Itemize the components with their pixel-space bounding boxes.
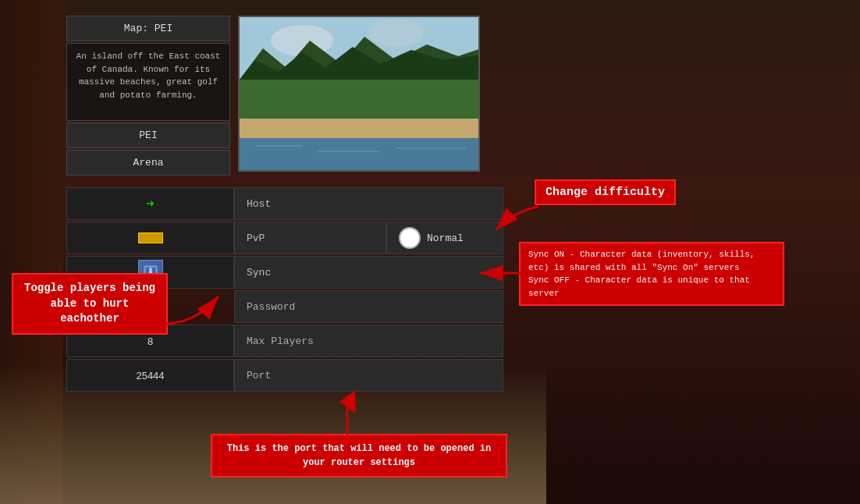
map-name-value: PEI — [139, 130, 157, 141]
host-label: Host — [247, 198, 271, 210]
pvp-icon — [138, 232, 163, 243]
sync-description-annotation: Sync ON - Character data (inventory, ski… — [519, 242, 784, 306]
map-header-label: Map: PEI — [124, 23, 172, 34]
host-left: ➜ — [66, 187, 234, 220]
map-description: An island off the East coast of Canada. … — [66, 43, 230, 121]
svg-point-14 — [149, 268, 152, 271]
pvp-right[interactable]: PvP — [234, 222, 386, 254]
main-ui-panel: Map: PEI An island off the East coast of… — [66, 16, 230, 176]
map-svg — [240, 17, 480, 172]
arena-box[interactable]: Arena — [66, 150, 230, 176]
map-name-box[interactable]: PEI — [66, 122, 230, 148]
port-label: Port — [247, 370, 271, 382]
map-image — [240, 17, 478, 170]
difficulty-label: Normal — [427, 232, 464, 244]
map-header: Map: PEI — [66, 16, 230, 41]
toggle-players-annotation: Toggle players being able to hurt eachot… — [12, 273, 168, 335]
host-right[interactable]: Host — [234, 187, 503, 220]
change-difficulty-annotation: Change difficulty — [535, 179, 676, 205]
port-right: Port — [234, 359, 503, 392]
svg-rect-7 — [240, 138, 480, 172]
difficulty-section[interactable]: Normal — [386, 222, 503, 254]
max-players-input[interactable] — [67, 332, 233, 350]
max-players-right: Max Players — [234, 325, 503, 357]
pvp-label: PvP — [247, 232, 265, 244]
port-row: Port — [66, 359, 503, 392]
port-left — [66, 359, 234, 392]
change-difficulty-text: Change difficulty — [545, 186, 665, 199]
map-description-text: An island off the East coast of Canada. … — [76, 51, 221, 100]
sync-label: Sync — [247, 267, 271, 279]
arena-row: Arena — [66, 150, 230, 176]
sync-desc-text: Sync ON - Character data (inventory, ski… — [528, 250, 755, 298]
arena-label: Arena — [133, 157, 163, 169]
map-thumbnail — [238, 16, 480, 172]
password-label: Password — [247, 301, 295, 313]
difficulty-indicator — [399, 227, 421, 249]
svg-point-2 — [368, 19, 423, 47]
password-right: Password — [234, 290, 503, 323]
pvp-left — [66, 222, 234, 254]
max-players-label: Max Players — [247, 335, 314, 347]
port-desc-text: This is the port that will need to be op… — [227, 443, 491, 468]
port-input[interactable] — [67, 367, 233, 385]
map-name-row: PEI — [66, 122, 230, 148]
host-row: ➜ Host — [66, 187, 503, 220]
port-description-annotation: This is the port that will need to be op… — [211, 434, 507, 477]
pvp-row: PvP Normal — [66, 222, 503, 254]
toggle-players-text: Toggle players being able to hurt eachot… — [24, 282, 155, 325]
sync-right[interactable]: Sync — [234, 256, 503, 289]
host-arrow-icon: ➜ — [146, 195, 155, 212]
